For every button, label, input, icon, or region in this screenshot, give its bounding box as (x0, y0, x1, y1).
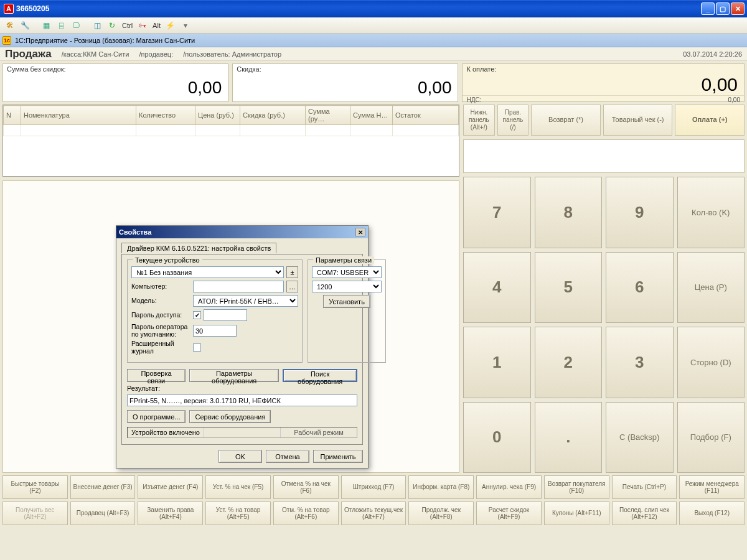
fbtn-row1-8[interactable]: Возврат покупателя (F10) (544, 475, 609, 499)
keypad-3[interactable]: 3 (606, 327, 674, 398)
toolbar-icon-2[interactable]: 🔧 (19, 19, 31, 32)
keypad-8[interactable]: 8 (535, 177, 603, 248)
col-name[interactable]: Номенклатура (21, 106, 136, 125)
toggle-bottom-panel-button[interactable]: Нижн. панель (Alt+/) (463, 105, 495, 136)
keypad-5[interactable]: 5 (535, 252, 603, 324)
minimize-button[interactable]: _ (701, 2, 715, 15)
toolbar-icon-screen[interactable]: 🖵 (70, 19, 82, 32)
keypad-1[interactable]: 1 (463, 327, 531, 398)
nds-label: НДС: (466, 96, 481, 103)
toolbar-icon-layers[interactable]: ▦ (40, 19, 52, 32)
fbtn-row1-3[interactable]: Уст. % на чек (F5) (205, 475, 271, 499)
device-add-button[interactable]: ± (286, 266, 298, 278)
col-price[interactable]: Цена (руб.) (195, 106, 240, 125)
toolbar-dropdown-icon[interactable]: ▾ (179, 19, 192, 32)
col-n[interactable]: N (4, 106, 21, 125)
fbtn-row1-2[interactable]: Изъятие денег (F4) (138, 475, 203, 499)
fbtn-row2-3[interactable]: Уст. % на товар (Alt+F5) (205, 502, 271, 525)
fbtn-row2-9[interactable]: Послед. слип чек (Alt+F12) (612, 502, 677, 525)
payment-button[interactable]: Оплата (+) (675, 105, 745, 136)
keypad-dot[interactable]: . (535, 402, 603, 474)
col-qty[interactable]: Количество (136, 106, 195, 125)
result-field[interactable] (127, 394, 357, 406)
port-select[interactable]: COM7: USBSER (312, 266, 382, 278)
dialog-titlebar[interactable]: Свойства ✕ (116, 226, 368, 238)
scan-input-area[interactable] (463, 139, 745, 173)
maximize-button[interactable]: ▢ (716, 2, 730, 15)
return-button[interactable]: Возврат (*) (531, 105, 601, 136)
ext-log-checkbox[interactable] (193, 343, 201, 352)
about-button[interactable]: О программе... (127, 410, 186, 423)
table-row[interactable] (4, 125, 459, 136)
toggle-right-panel-button[interactable]: Прав. панель (/) (497, 105, 529, 136)
toolbar-icon-bolt[interactable]: ⚡ (164, 19, 177, 32)
keypad-backspace[interactable]: C (Backsp) (606, 402, 674, 474)
nds-value: 0,00 (728, 96, 740, 103)
keypad-pick[interactable]: Подбор (F) (677, 402, 745, 474)
items-table: N Номенклатура Количество Цена (руб.) Ск… (2, 105, 459, 177)
keypad-price[interactable]: Цена (P) (677, 252, 745, 324)
fbtn-row2-8[interactable]: Купоны (Alt+F11) (544, 502, 609, 525)
baud-select[interactable]: 1200 (312, 281, 382, 292)
toolbar-icon-window[interactable]: ◫ (91, 19, 103, 32)
access-pwd-checkbox[interactable]: ✔ (193, 311, 201, 319)
col-sum-n[interactable]: Сумма Н… (350, 106, 393, 125)
fbtn-row1-5[interactable]: Штрихкод (F7) (341, 475, 406, 499)
keypad-7[interactable]: 7 (463, 177, 531, 248)
fbtn-row2-6[interactable]: Продолж. чек (Alt+F8) (408, 502, 474, 525)
goods-receipt-button[interactable]: Товарный чек (-) (603, 105, 673, 136)
keypad-9[interactable]: 9 (606, 177, 674, 248)
search-equipment-button[interactable]: Поиск оборудования (283, 369, 357, 382)
sale-header: Продажа /касса:ККМ Сан-Сити /продавец: /… (0, 47, 747, 61)
col-discount[interactable]: Скидка (руб.) (240, 106, 306, 125)
fbtn-row1-0[interactable]: Быстрые товары (F2) (2, 475, 68, 499)
model-select[interactable]: АТОЛ: FPrint-55K / ЕНВ… (193, 295, 298, 307)
col-sum[interactable]: Сумма (ру… (306, 106, 350, 125)
fbtn-row2-0[interactable]: Получить вес (Alt+F2) (2, 502, 68, 525)
status-empty (204, 427, 281, 437)
fbtn-row2-4[interactable]: Отм. % на товар (Alt+F6) (273, 502, 339, 525)
fbtn-row2-5[interactable]: Отложить текущ.чек (Alt+F7) (341, 502, 406, 525)
keypad-qty[interactable]: Кол-во (K) (677, 177, 745, 248)
equipment-params-button[interactable]: Параметры оборудования (189, 369, 279, 382)
keypad-6[interactable]: 6 (606, 252, 674, 324)
dialog-tab[interactable]: Драйвер ККМ 6.16.0.5221: настройка свойс… (121, 243, 276, 253)
fbtn-row1-1[interactable]: Внесение денег (F3) (70, 475, 136, 499)
toolbar-icon-db[interactable]: ⌸ (55, 19, 67, 32)
fbtn-row2-2[interactable]: Заменить права (Alt+F4) (138, 502, 203, 525)
keypad-2[interactable]: 2 (535, 327, 603, 398)
fbtn-row1-6[interactable]: Информ. карта (F8) (408, 475, 474, 499)
keypad-storno[interactable]: Сторно (D) (677, 327, 745, 398)
col-rest[interactable]: Остаток (393, 106, 459, 125)
fbtn-row2-1[interactable]: Продавец (Alt+F3) (70, 502, 136, 525)
fbtn-row2-10[interactable]: Выход (F12) (679, 502, 745, 525)
app-subtitle-bar: 1c 1С:Предприятие - Розница (базовая): М… (0, 34, 747, 47)
check-connection-button[interactable]: Проверка связи (127, 369, 186, 382)
cancel-button[interactable]: Отмена (266, 450, 309, 463)
toolbar-icon-key[interactable]: 🗝 (136, 19, 149, 32)
toolbar-ctrl-label: Ctrl (121, 22, 134, 29)
window-title: 36650205 (16, 4, 49, 13)
fbtn-row1-7[interactable]: Аннулир. чека (F9) (476, 475, 542, 499)
toolbar-icon-refresh[interactable]: ↻ (106, 19, 118, 32)
fbtn-row1-9[interactable]: Печать (Ctrl+P) (612, 475, 677, 499)
ok-button[interactable]: OK (218, 450, 262, 463)
set-connection-button[interactable]: Установить (323, 295, 370, 308)
keypad-4[interactable]: 4 (463, 252, 531, 324)
device-select[interactable]: №1 Без названия (131, 266, 284, 278)
oper-pwd-input[interactable] (193, 325, 237, 337)
computer-browse-button[interactable]: … (286, 281, 298, 292)
toolbar-icon-1[interactable]: 🛠 (4, 19, 16, 32)
keypad-0[interactable]: 0 (463, 402, 531, 474)
access-pwd-input[interactable] (204, 309, 247, 321)
apply-button[interactable]: Применить (313, 450, 363, 463)
close-button[interactable]: ✕ (731, 2, 745, 15)
dialog-close-button[interactable]: ✕ (355, 228, 365, 236)
fbtn-row1-4[interactable]: Отмена % на чек (F6) (273, 475, 339, 499)
fbtn-row2-7[interactable]: Расчет скидок (Alt+F9) (476, 502, 542, 525)
computer-input[interactable] (193, 281, 284, 292)
app-icon: А (4, 4, 14, 14)
equipment-service-button[interactable]: Сервис оборудования (189, 410, 271, 423)
fieldset-connection-params: Параметры связи COM7: USBSER 1200 (308, 259, 386, 363)
fbtn-row1-10[interactable]: Режим менеджера (F11) (679, 475, 745, 499)
